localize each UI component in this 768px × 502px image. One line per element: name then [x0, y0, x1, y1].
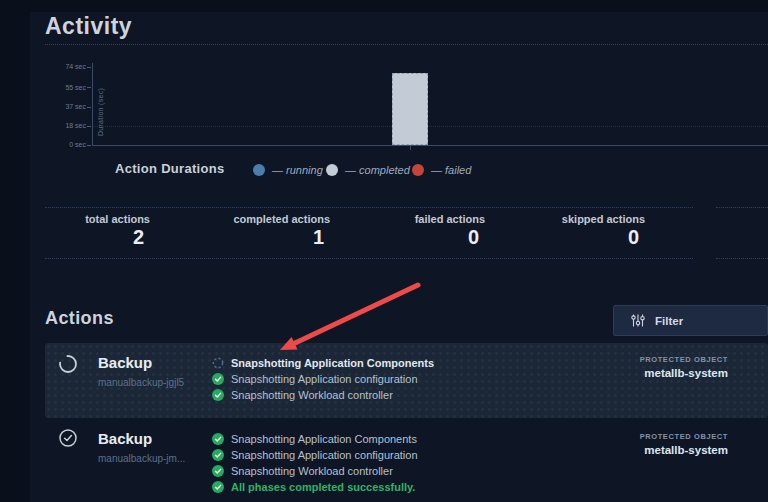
- filter-button-label: Filter: [655, 315, 683, 327]
- phase-text: Snapshotting Application Components: [231, 357, 434, 369]
- title-divider: [45, 44, 768, 45]
- stat-value: 0: [415, 226, 485, 249]
- protected-object: PROTECTED OBJECT metallb-system: [640, 432, 728, 456]
- check-circle-icon: [212, 449, 224, 461]
- stat-failed-actions: failed actions 0: [415, 213, 485, 249]
- legend-label: — failed: [431, 164, 471, 176]
- check-circle-icon: [212, 389, 224, 401]
- running-dot-icon: [253, 164, 265, 176]
- x-axis-bar-tick: [410, 146, 411, 150]
- protected-object: PROTECTED OBJECT metallb-system: [640, 355, 728, 379]
- y-axis-tick-label: 74 sec: [46, 63, 86, 70]
- legend-label: — running: [272, 164, 323, 176]
- action-id: manualbackup-jgjl5: [98, 377, 184, 388]
- stat-label: failed actions: [415, 213, 485, 225]
- action-row-backup-completed[interactable]: Backup manualbackup-jm... Snapshotting A…: [45, 425, 768, 502]
- chart-legend-title: Action Durations: [115, 161, 225, 176]
- check-circle-icon: [212, 373, 224, 385]
- y-axis-tick-mark: [87, 145, 91, 146]
- check-circle-outline-icon: [58, 428, 78, 448]
- phase-item: Snapshotting Application Components: [212, 355, 434, 371]
- legend-label: — completed: [345, 164, 410, 176]
- action-id: manualbackup-jm...: [98, 453, 185, 464]
- action-type: Backup: [98, 354, 152, 371]
- phase-text: Snapshotting Application configuration: [231, 373, 418, 385]
- check-circle-icon: [212, 481, 224, 493]
- stat-value: 0: [562, 226, 645, 249]
- spinner-circle-icon: [58, 354, 78, 374]
- x-axis-line: [92, 145, 768, 146]
- phase-item: Snapshotting Application configuration: [212, 447, 418, 463]
- stat-skipped-actions: skipped actions 0: [562, 213, 645, 249]
- legend-item-completed[interactable]: — completed: [326, 164, 410, 176]
- y-axis-tick-mark: [87, 126, 91, 127]
- y-axis-tick-mark: [87, 67, 91, 68]
- y-axis-tick-label: 55 sec: [46, 84, 86, 91]
- phase-item: Snapshotting Workload controller: [212, 463, 418, 479]
- stats-band-right-stub: [716, 207, 768, 259]
- phase-item: Snapshotting Application Components: [212, 431, 418, 447]
- gridline-18sec: [93, 126, 768, 127]
- protected-object-value: metallb-system: [640, 444, 728, 456]
- protected-object-label: PROTECTED OBJECT: [640, 432, 728, 441]
- phase-text: Snapshotting Application Components: [231, 433, 417, 445]
- y-axis-line: [92, 63, 93, 146]
- phase-text: Snapshotting Workload controller: [231, 389, 393, 401]
- phase-list: Snapshotting Application Components Snap…: [212, 355, 434, 403]
- phase-item: Snapshotting Application configuration: [212, 371, 434, 387]
- page-title: Activity: [45, 13, 132, 40]
- protected-object-value: metallb-system: [640, 367, 728, 379]
- spinner-icon: [212, 357, 224, 369]
- stat-label: completed actions: [233, 213, 330, 225]
- failed-dot-icon: [412, 164, 424, 176]
- y-axis-tick-label: 37 sec: [46, 103, 86, 110]
- check-circle-icon: [212, 465, 224, 477]
- phase-text: Snapshotting Application configuration: [231, 449, 418, 461]
- sliders-filter-icon: [631, 314, 645, 327]
- phase-text-success: All phases completed successfully.: [231, 481, 415, 493]
- stat-total-actions: total actions 2: [85, 213, 150, 249]
- y-axis-tick-label: 0 sec: [46, 141, 86, 148]
- completed-duration-bar: [392, 73, 428, 145]
- stat-label: skipped actions: [562, 213, 645, 225]
- phase-list: Snapshotting Application Components Snap…: [212, 431, 418, 495]
- phase-item: All phases completed successfully.: [212, 479, 418, 495]
- activity-dashboard: Activity 74 sec 55 sec 37 sec 18 sec 0 s…: [0, 0, 768, 502]
- action-type: Backup: [98, 430, 152, 447]
- phase-text: Snapshotting Workload controller: [231, 465, 393, 477]
- phase-item: Snapshotting Workload controller: [212, 387, 434, 403]
- action-row-backup-running[interactable]: Backup manualbackup-jgjl5 Snapshotting A…: [45, 343, 768, 418]
- actions-section-title: Actions: [45, 308, 114, 329]
- y-axis-tick-mark: [87, 87, 91, 88]
- stat-value: 1: [233, 226, 330, 249]
- y-axis-tick-label: 18 sec: [46, 122, 86, 129]
- legend-item-failed[interactable]: — failed: [412, 164, 471, 176]
- protected-object-label: PROTECTED OBJECT: [640, 355, 728, 364]
- y-axis-tick-mark: [87, 107, 91, 108]
- stat-value: 2: [85, 226, 150, 249]
- stat-label: total actions: [85, 213, 150, 225]
- stat-completed-actions: completed actions 1: [233, 213, 330, 249]
- check-circle-icon: [212, 433, 224, 445]
- filter-button[interactable]: Filter: [613, 305, 768, 336]
- y-axis-title: Duration (sec): [97, 80, 104, 144]
- legend-item-running[interactable]: — running: [253, 164, 323, 176]
- completed-dot-icon: [326, 164, 338, 176]
